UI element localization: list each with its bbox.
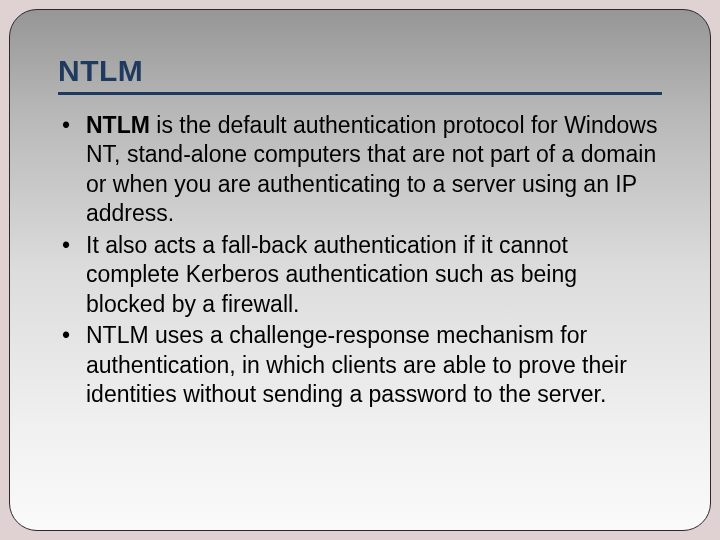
slide-title: NTLM [58,54,662,88]
bullet-marker-icon: • [58,231,86,260]
bullet-text: NTLM uses a challenge-response mechanism… [86,321,662,409]
bullet-marker-icon: • [58,321,86,350]
bullet-text: NTLM is the default authentication proto… [86,111,662,229]
slide-frame: NTLM • NTLM is the default authenticatio… [9,9,711,531]
list-item: • NTLM uses a challenge-response mechani… [58,321,662,409]
bullet-rest: is the default authentication protocol f… [86,112,657,226]
bullet-marker-icon: • [58,111,86,140]
bullet-bold-lead: NTLM [86,112,150,138]
bullet-list: • NTLM is the default authentication pro… [58,111,662,409]
bullet-text: It also acts a fall-back authentication … [86,231,662,319]
bullet-rest: NTLM uses a challenge-response mechanism… [86,322,627,407]
list-item: • NTLM is the default authentication pro… [58,111,662,229]
title-underline [58,92,662,95]
bullet-rest: It also acts a fall-back authentication … [86,232,577,317]
list-item: • It also acts a fall-back authenticatio… [58,231,662,319]
